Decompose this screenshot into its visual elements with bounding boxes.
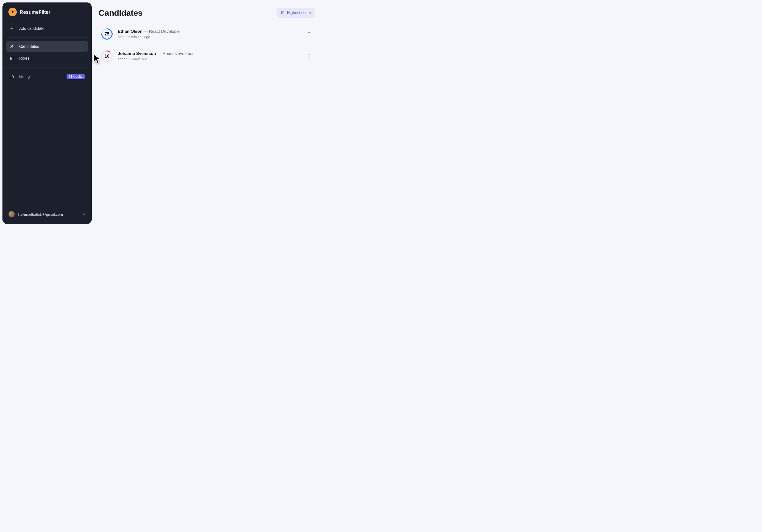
account-email: hakim.elhattab@gmail.com	[18, 212, 79, 217]
sidebar-item-roles[interactable]: Roles	[6, 53, 88, 64]
account-menu[interactable]: hakim.elhattab@gmail.com	[6, 208, 88, 221]
candidate-name: Ethan Olson	[118, 29, 142, 34]
main: Candidates Highest score 75	[92, 2, 322, 224]
credits-badge: 33 credits	[66, 74, 85, 79]
score-ring: 75	[101, 28, 113, 40]
divider	[6, 37, 88, 38]
user-icon	[9, 44, 14, 49]
candidate-row[interactable]: 10 Johanna Svensson — React Developer ad…	[99, 47, 315, 66]
candidates-list: 75 Ethan Olson — React Developer added 6…	[99, 25, 315, 66]
candidate-role: React Developer	[162, 51, 194, 56]
svg-rect-7	[10, 76, 14, 78]
svg-point-2	[11, 45, 13, 46]
add-candidate-label: Add candidate	[19, 26, 44, 31]
candidate-added: added 6 minutes ago	[118, 35, 301, 39]
trash-icon	[307, 32, 311, 36]
brand-name: ResumeFilter	[20, 9, 50, 15]
sidebar-item-label: Candidates	[19, 44, 39, 49]
delete-button[interactable]	[306, 53, 313, 60]
sidebar-item-label: Billing	[19, 74, 30, 79]
page-title: Candidates	[99, 8, 142, 18]
sort-label: Highest score	[287, 11, 311, 15]
sidebar-item-billing[interactable]: Billing 33 credits	[6, 71, 88, 82]
briefcase-icon	[9, 74, 14, 79]
logo-icon	[8, 8, 17, 16]
score-ring: 10	[101, 50, 113, 62]
list-icon	[9, 56, 14, 61]
candidate-row[interactable]: 75 Ethan Olson — React Developer added 6…	[99, 25, 315, 43]
chevron-updown-icon	[82, 212, 86, 217]
sidebar-item-label: Roles	[19, 56, 29, 61]
sort-icon	[280, 10, 284, 15]
trash-icon	[307, 54, 311, 59]
candidate-name: Johanna Svensson	[118, 51, 156, 56]
svg-point-13	[102, 51, 112, 61]
avatar	[8, 211, 15, 218]
sidebar: ResumeFilter Add candidate Candidates	[2, 2, 92, 224]
sort-button[interactable]: Highest score	[276, 8, 315, 18]
brand: ResumeFilter	[6, 8, 88, 22]
sidebar-item-candidates[interactable]: Candidates	[6, 41, 88, 52]
candidate-added: added 21 days ago	[118, 57, 301, 61]
candidate-role: React Developer	[149, 29, 181, 34]
add-candidate-button[interactable]: Add candidate	[6, 23, 88, 34]
plus-icon	[9, 26, 14, 31]
delete-button[interactable]	[306, 31, 313, 37]
